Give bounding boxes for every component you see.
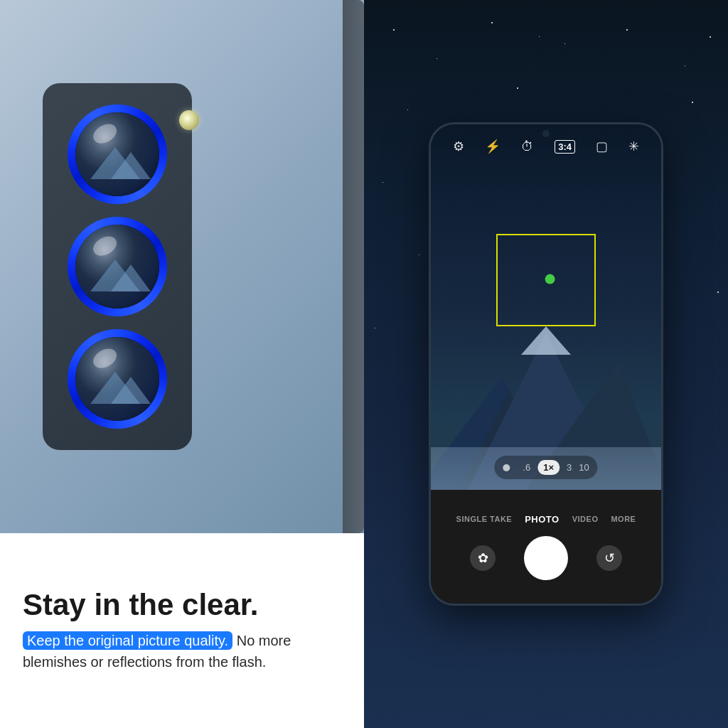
star [419, 255, 419, 255]
mode-video[interactable]: VIDEO [572, 515, 599, 523]
star [517, 87, 518, 89]
headline: Stay in the clear. [23, 589, 341, 621]
flip-camera-button[interactable]: ↺ [596, 545, 622, 571]
camera-top-controls[interactable]: ⚙ ⚡ ⏱ 3:4 ▢ ✳ [431, 139, 661, 154]
star [564, 43, 565, 44]
lens-reflection-2 [75, 225, 159, 309]
phone-notch [542, 130, 550, 137]
star [626, 29, 628, 31]
aspect-ratio-icon[interactable]: 3:4 [555, 140, 575, 154]
camera-lens-1 [68, 105, 167, 204]
settings-icon[interactable]: ⚙ [453, 139, 464, 154]
camera-bottom-ui: SINGLE TAKE PHOTO VIDEO MORE ✿ ↺ [431, 490, 661, 604]
shutter-area[interactable]: ✿ ↺ [470, 536, 622, 580]
star [375, 328, 375, 328]
highlight-text: Keep the original picture quality. [23, 631, 232, 650]
right-panel: ⚙ ⚡ ⏱ 3:4 ▢ ✳ .6 1× 3 10 [364, 0, 728, 728]
shape-icon[interactable]: ▢ [596, 139, 608, 154]
star [393, 29, 395, 31]
lens-inner-1 [75, 112, 159, 196]
left-panel: Stay in the clear. Keep the original pic… [0, 0, 364, 728]
zoom-controls[interactable]: .6 1× 3 10 [494, 456, 597, 479]
camera-section [0, 0, 364, 533]
phone-edge [343, 0, 364, 533]
camera-viewfinder[interactable]: ⚙ ⚡ ⏱ 3:4 ▢ ✳ .6 1× 3 10 [431, 124, 661, 490]
star [717, 291, 719, 293]
lens-mountain-2 [84, 258, 151, 291]
zoom-10[interactable]: 10 [579, 462, 589, 473]
lens-mountain-1 [84, 146, 151, 179]
lens-ring-1 [68, 105, 167, 204]
thumbnail-dot [503, 464, 510, 471]
lens-ring-3 [68, 329, 167, 429]
flash-icon[interactable]: ⚡ [485, 139, 500, 154]
mode-selector[interactable]: SINGLE TAKE PHOTO VIDEO MORE [456, 514, 636, 525]
mode-more[interactable]: MORE [611, 515, 636, 523]
mode-single-take[interactable]: SINGLE TAKE [456, 515, 513, 523]
more-icon[interactable]: ✳ [628, 139, 639, 154]
mode-photo-active[interactable]: PHOTO [525, 514, 560, 525]
star [710, 36, 711, 38]
camera-lens-2 [68, 217, 167, 316]
shutter-button[interactable] [524, 536, 568, 580]
live-focus-button[interactable]: ✿ [470, 545, 496, 571]
lens-mountain-3 [84, 370, 151, 404]
phone-mockup: ⚙ ⚡ ⏱ 3:4 ▢ ✳ .6 1× 3 10 [429, 122, 663, 606]
camera-lens-3 [68, 329, 167, 429]
star [692, 102, 693, 103]
lens-ring-2 [68, 217, 167, 316]
lens-inner-3 [75, 337, 159, 421]
focus-box [496, 234, 596, 326]
zoom-1x-active[interactable]: 1× [537, 460, 560, 475]
text-section: Stay in the clear. Keep the original pic… [0, 533, 364, 728]
lens-reflection-3 [75, 337, 159, 421]
mountain-center-snow [521, 326, 571, 355]
flash-dot [179, 110, 199, 130]
star [407, 109, 408, 110]
timer-icon[interactable]: ⏱ [521, 139, 534, 154]
zoom-3[interactable]: 3 [567, 462, 572, 473]
zoom-06[interactable]: .6 [523, 462, 530, 473]
focus-dot [545, 274, 555, 284]
description: Keep the original picture quality. No mo… [23, 630, 341, 673]
star [491, 22, 493, 23]
star [437, 58, 437, 59]
lens-inner-2 [75, 225, 159, 309]
star [382, 182, 383, 183]
star [685, 65, 685, 66]
camera-module [43, 83, 192, 450]
star [539, 36, 540, 37]
lens-reflection-1 [75, 112, 159, 196]
